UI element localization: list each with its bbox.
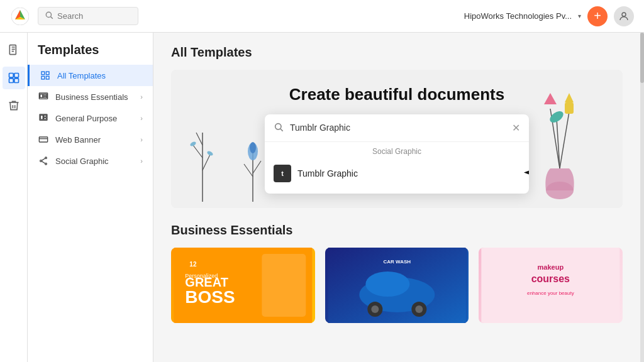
svg-point-33 bbox=[206, 150, 214, 156]
svg-rect-18 bbox=[40, 115, 43, 119]
svg-line-41 bbox=[560, 112, 569, 168]
svg-rect-44 bbox=[565, 102, 574, 114]
template-card-3[interactable]: makeup courses enhance your beauty bbox=[479, 248, 623, 323]
main-content: All Templates bbox=[153, 33, 640, 362]
svg-point-47 bbox=[275, 123, 281, 129]
header-left bbox=[10, 6, 138, 26]
svg-rect-21 bbox=[39, 137, 47, 142]
left-nav: Templates All Templates Busin bbox=[28, 33, 153, 362]
svg-line-27 bbox=[42, 162, 45, 163]
svg-text:makeup: makeup bbox=[538, 263, 564, 271]
all-templates-title: All Templates bbox=[171, 45, 623, 60]
nav-item-general-purpose[interactable]: General Purpose › bbox=[28, 107, 153, 129]
nav-item-social-graphic[interactable]: Social Graphic › bbox=[28, 150, 153, 172]
svg-rect-55 bbox=[262, 254, 306, 317]
social-graphic-icon bbox=[38, 155, 49, 167]
plant-right-decoration bbox=[522, 80, 597, 202]
svg-point-38 bbox=[250, 142, 256, 153]
svg-text:courses: courses bbox=[531, 273, 570, 284]
svg-point-3 bbox=[622, 13, 626, 16]
web-banner-chevron-icon: › bbox=[140, 136, 143, 143]
dropdown-search-input[interactable] bbox=[290, 123, 506, 133]
all-templates-label: All Templates bbox=[57, 71, 143, 80]
svg-rect-8 bbox=[14, 79, 18, 83]
search-dropdown: ✕ Social Graphic t Tumblr Graphic bbox=[265, 114, 529, 194]
add-button[interactable]: + bbox=[587, 6, 608, 26]
svg-rect-5 bbox=[9, 74, 13, 78]
nav-title: Templates bbox=[28, 43, 153, 65]
nav-item-business-essentials[interactable]: Business Essentials › bbox=[28, 86, 153, 107]
business-essentials-icon bbox=[38, 91, 49, 102]
svg-rect-10 bbox=[46, 72, 49, 75]
sidebar-trash-icon[interactable] bbox=[3, 94, 25, 117]
scrollbar[interactable] bbox=[640, 33, 644, 362]
svg-rect-6 bbox=[14, 74, 18, 78]
app-logo[interactable] bbox=[10, 6, 30, 26]
web-banner-icon bbox=[38, 134, 49, 145]
svg-point-60 bbox=[365, 272, 409, 297]
svg-line-36 bbox=[253, 161, 261, 173]
social-graphic-label: Social Graphic bbox=[55, 156, 134, 166]
general-purpose-label: General Purpose bbox=[55, 114, 134, 123]
business-essentials-section: Business Essentials 12 Personalized GREA… bbox=[171, 223, 623, 323]
svg-rect-7 bbox=[9, 79, 13, 83]
web-banner-label: Web Banner bbox=[55, 135, 134, 145]
business-essentials-label: Business Essentials bbox=[55, 92, 134, 102]
svg-text:CAR WASH: CAR WASH bbox=[383, 259, 411, 265]
svg-line-35 bbox=[244, 164, 253, 177]
search-icon bbox=[45, 11, 53, 21]
svg-rect-12 bbox=[46, 76, 49, 79]
dropdown-tumblr-item[interactable]: t Tumblr Graphic bbox=[265, 158, 529, 189]
business-essentials-chevron-icon: › bbox=[140, 93, 143, 101]
scrollbar-thumb[interactable] bbox=[640, 33, 644, 83]
svg-rect-14 bbox=[40, 94, 43, 97]
svg-rect-9 bbox=[42, 72, 45, 75]
dropdown-search-icon bbox=[274, 122, 284, 134]
svg-line-26 bbox=[42, 158, 45, 160]
nav-item-all-templates[interactable]: All Templates bbox=[28, 65, 153, 86]
hero-banner: Create beautiful documents ✕ bbox=[171, 70, 623, 208]
svg-text:BOSS: BOSS bbox=[185, 287, 235, 307]
business-essentials-title: Business Essentials bbox=[171, 223, 623, 238]
svg-text:enhance your beauty: enhance your beauty bbox=[527, 290, 574, 296]
dropdown-close-button[interactable]: ✕ bbox=[512, 122, 520, 134]
social-graphic-chevron-icon: › bbox=[140, 157, 143, 165]
search-dropdown-input-row: ✕ bbox=[265, 114, 529, 142]
template-grid: 12 Personalized GREAT BOSS bbox=[171, 248, 623, 323]
svg-rect-19 bbox=[44, 115, 47, 117]
svg-rect-20 bbox=[44, 118, 47, 119]
sidebar-templates-icon[interactable] bbox=[3, 67, 25, 89]
header-search-bar[interactable] bbox=[38, 7, 138, 25]
svg-rect-15 bbox=[43, 94, 47, 96]
plant-left-decoration bbox=[196, 120, 267, 202]
svg-text:12: 12 bbox=[189, 261, 197, 268]
template-card-1[interactable]: 12 Personalized GREAT BOSS bbox=[171, 248, 315, 323]
svg-point-64 bbox=[415, 305, 423, 313]
svg-rect-65 bbox=[482, 248, 620, 323]
svg-marker-45 bbox=[544, 93, 557, 104]
svg-point-24 bbox=[40, 160, 42, 162]
sidebar-icons bbox=[0, 33, 28, 362]
tumblr-icon: t bbox=[274, 165, 291, 182]
all-templates-icon bbox=[40, 70, 51, 81]
workspace-chevron-icon[interactable]: ▾ bbox=[578, 13, 581, 19]
svg-point-25 bbox=[45, 163, 47, 165]
svg-marker-43 bbox=[565, 93, 574, 102]
svg-point-63 bbox=[371, 305, 379, 313]
nav-item-web-banner[interactable]: Web Banner › bbox=[28, 129, 153, 150]
user-avatar[interactable] bbox=[614, 6, 634, 26]
body: Templates All Templates Busin bbox=[0, 33, 644, 362]
workspace-name: HipoWorks Technologies Pv... bbox=[464, 11, 572, 21]
svg-line-30 bbox=[203, 155, 210, 170]
hero-title: Create beautiful documents bbox=[265, 85, 529, 104]
template-card-2[interactable]: CAR WASH bbox=[325, 248, 469, 323]
hero-center: Create beautiful documents ✕ bbox=[265, 85, 529, 194]
svg-line-2 bbox=[51, 17, 53, 19]
arrow-annotation bbox=[523, 163, 529, 184]
sidebar-document-icon[interactable] bbox=[3, 39, 25, 62]
svg-rect-11 bbox=[42, 76, 45, 79]
header-search-input[interactable] bbox=[57, 11, 131, 21]
general-purpose-chevron-icon: › bbox=[140, 114, 143, 122]
dropdown-category-label: Social Graphic bbox=[265, 142, 529, 158]
header-right: HipoWorks Technologies Pv... ▾ + bbox=[464, 6, 634, 26]
